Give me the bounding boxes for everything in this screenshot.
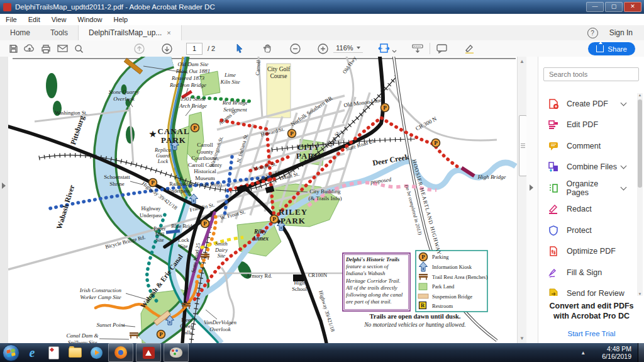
sign-in-button[interactable]: Sign In — [609, 28, 633, 37]
tool-label: Edit PDF — [567, 120, 598, 129]
tab-home[interactable]: Home — [0, 25, 40, 40]
page-display-icon[interactable] — [409, 42, 426, 55]
tool-protect[interactable]: Protect — [538, 220, 636, 241]
scrollbar-thumb[interactable] — [519, 115, 527, 176]
tool-send-for-review[interactable]: Send for Review — [538, 283, 636, 297]
acrobat-promo: Convert and edit PDFs with Acrobat Pro D… — [538, 301, 644, 337]
acrobat-taskbar-button[interactable] — [136, 343, 161, 362]
tool-redact[interactable]: Redact — [538, 199, 636, 220]
expand-left-panel-icon[interactable] — [2, 183, 6, 189]
parking-icon — [191, 124, 199, 132]
zoom-out-icon[interactable] — [287, 42, 303, 55]
page-number-input[interactable] — [186, 43, 203, 55]
media-player-icon[interactable] — [86, 343, 107, 362]
label-armory-rd: Armory Rd. — [246, 273, 272, 279]
chevron-down-icon — [621, 163, 627, 169]
tool-label: Fill & Sign — [567, 268, 602, 277]
left-nav-strip[interactable] — [0, 57, 9, 343]
tab-tools[interactable]: Tools — [40, 25, 78, 40]
label-riley-annex: RileyAnnex — [252, 229, 269, 242]
select-tool-icon[interactable] — [231, 42, 248, 55]
tool-label: Send for Review — [567, 289, 625, 296]
zoom-in-icon[interactable] — [314, 42, 331, 55]
tool-comment[interactable]: Comment — [538, 135, 636, 157]
document-scrollbar[interactable]: ▲ ▼ — [517, 57, 527, 343]
clock[interactable]: 4:48 PM 6/16/2019 — [602, 345, 631, 360]
menu-window[interactable]: Window — [72, 16, 108, 23]
taskbar: e ▲ 4:48 PM 6/16/2019 — [0, 343, 644, 362]
next-page-icon[interactable] — [158, 42, 175, 55]
internet-explorer-icon[interactable]: e — [21, 343, 43, 362]
tool-combine-files[interactable]: Combine Files — [538, 157, 636, 178]
legend-information-kiosk: Information Kiosk — [432, 264, 472, 270]
help-icon[interactable]: ? — [587, 28, 598, 38]
tab-bar: Home Tools DelphiTrailsMap_up... × ? Sig… — [0, 25, 644, 41]
parking-icon — [157, 331, 165, 339]
pdf-page[interactable]: P R — [8, 57, 517, 343]
label-blue-bridge: Blue Bridge — [171, 223, 197, 229]
search-tools-input[interactable] — [543, 67, 639, 81]
tool-optimize-pdf[interactable]: Optimize PDF — [538, 241, 636, 263]
collapse-right-panel-icon[interactable] — [530, 184, 533, 191]
close-button[interactable]: ✕ — [624, 2, 641, 12]
show-desktop-button[interactable] — [638, 343, 644, 362]
editpdf-icon — [547, 118, 560, 131]
save-icon[interactable] — [5, 42, 21, 55]
parking-icon — [288, 130, 296, 138]
menu-view[interactable]: View — [46, 16, 72, 23]
bench-icon — [130, 332, 138, 339]
fit-width-icon[interactable] — [377, 42, 398, 55]
share-button[interactable]: Share — [588, 42, 635, 55]
redact-icon — [547, 203, 560, 215]
comment-icon[interactable] — [434, 42, 450, 55]
cloud-upload-icon[interactable] — [21, 42, 38, 55]
tab-document[interactable]: DelphiTrailsMap_up... × — [78, 25, 182, 40]
parking-icon — [381, 104, 389, 112]
star-icon: ★ — [148, 129, 157, 139]
zoom-level-dropdown[interactable]: 116% — [333, 44, 362, 53]
label-sunset-point: Sunset Point — [96, 322, 125, 328]
previous-page-icon[interactable] — [131, 42, 147, 55]
maximize-button[interactable]: ▢ — [605, 2, 623, 12]
share-label: Share — [608, 45, 627, 53]
minimize-button[interactable]: — — [586, 2, 604, 12]
start-button[interactable] — [0, 343, 21, 362]
menu-file[interactable]: File — [0, 16, 23, 23]
start-free-trial-link[interactable]: Start Free Trial — [538, 330, 644, 337]
label-old-hwy: Old Hwy — [341, 57, 358, 75]
tab-close-icon[interactable]: × — [167, 29, 170, 37]
email-icon[interactable] — [54, 42, 70, 55]
panel-scroll-up-icon[interactable]: ▲ — [637, 93, 643, 97]
explorer-folder-icon[interactable] — [64, 343, 86, 362]
label-city-park: CITYPARK — [296, 142, 321, 161]
page-total: / 2 — [208, 45, 215, 52]
hand-tool-icon[interactable] — [259, 42, 275, 55]
search-icon[interactable] — [70, 42, 87, 55]
solitaire-icon[interactable] — [43, 343, 64, 362]
courthouse-building — [236, 184, 248, 193]
park-land-swatch — [419, 283, 427, 290]
panel-scrollbar-thumb[interactable] — [638, 99, 642, 188]
label-canal-park: CANALPARK — [157, 127, 189, 145]
legend-suspension-bridge: Suspension Bridge — [432, 293, 472, 300]
tray-expand-icon[interactable]: ▲ — [580, 350, 586, 356]
label-city-building: City Building(& Trails Info) — [308, 188, 341, 201]
tool-label: Optimize PDF — [567, 247, 616, 256]
menu-edit[interactable]: Edit — [23, 16, 46, 23]
promo-line2: with Acrobat Pro DC — [538, 311, 644, 321]
paint-taskbar-button[interactable] — [164, 343, 189, 362]
scroll-down-icon[interactable]: ▼ — [518, 334, 526, 343]
scroll-up-icon[interactable]: ▲ — [518, 57, 526, 66]
highlighter-icon[interactable] — [462, 42, 478, 55]
tool-organize-pages[interactable]: Organize Pages — [538, 178, 636, 199]
tool-edit-pdf[interactable]: Edit PDF — [538, 115, 636, 136]
panel-scrollbar[interactable]: ▲ ▼ — [637, 93, 643, 296]
tools-panel: Create PDFEdit PDFCommentCombine FilesOr… — [538, 57, 644, 343]
print-icon[interactable] — [38, 42, 54, 55]
tool-fill-sign[interactable]: Fill & Sign — [538, 262, 636, 283]
menu-help[interactable]: Help — [108, 16, 133, 23]
panel-scroll-down-icon[interactable]: ▼ — [637, 292, 643, 296]
firefox-taskbar-button[interactable] — [108, 343, 133, 362]
map-graphics — [8, 57, 516, 343]
tool-create-pdf[interactable]: Create PDF — [538, 93, 636, 115]
